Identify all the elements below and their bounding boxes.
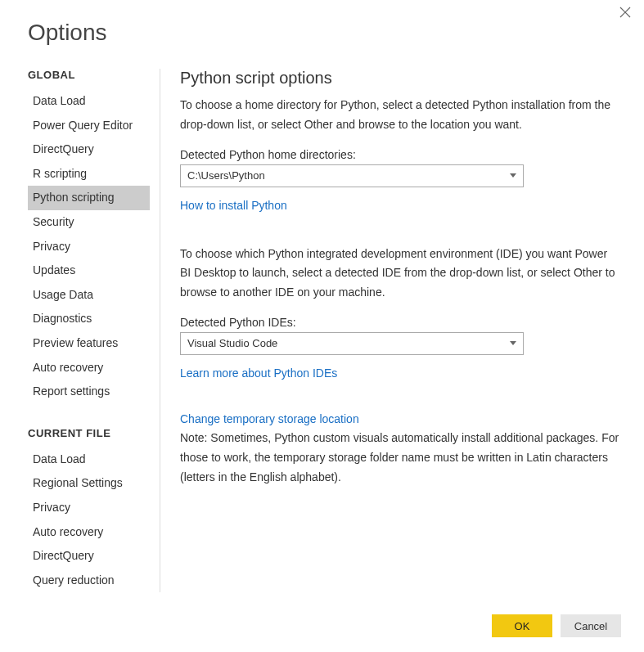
main-panel: Python script options To choose a home d… xyxy=(160,69,619,592)
nav-data-load[interactable]: Data Load xyxy=(28,89,160,114)
close-icon xyxy=(619,7,631,18)
nav-report-settings[interactable]: Report settings xyxy=(28,380,160,404)
home-directories-dropdown[interactable]: C:\Users\Python xyxy=(180,164,524,187)
nav-cf-privacy[interactable]: Privacy xyxy=(28,496,160,520)
nav-diagnostics[interactable]: Diagnostics xyxy=(28,307,160,331)
link-learn-more-ides[interactable]: Learn more about Python IDEs xyxy=(180,366,337,380)
nav-security[interactable]: Security xyxy=(28,210,160,235)
ide-label: Detected Python IDEs: xyxy=(180,316,619,329)
nav-cf-query-reduction[interactable]: Query reduction xyxy=(28,569,160,592)
home-directories-value: C:\Users\Python xyxy=(187,169,265,182)
nav-directquery[interactable]: DirectQuery xyxy=(28,137,160,162)
dialog-footer: OK Cancel xyxy=(492,614,621,637)
nav-privacy[interactable]: Privacy xyxy=(28,235,160,259)
panel-title: Python script options xyxy=(180,69,619,88)
section-header-global: GLOBAL xyxy=(28,69,160,81)
ide-value: Visual Studio Code xyxy=(187,337,277,349)
nav-usage-data[interactable]: Usage Data xyxy=(28,283,160,308)
nav-cf-auto-recovery[interactable]: Auto recovery xyxy=(28,520,160,545)
nav-updates[interactable]: Updates xyxy=(28,259,160,283)
window-title: Options xyxy=(0,0,644,46)
home-directories-label: Detected Python home directories: xyxy=(180,148,619,161)
sidebar: GLOBAL Data Load Power Query Editor Dire… xyxy=(28,69,160,592)
nav-cf-data-load[interactable]: Data Load xyxy=(28,447,160,472)
nav-cf-regional-settings[interactable]: Regional Settings xyxy=(28,471,160,496)
cancel-button[interactable]: Cancel xyxy=(561,614,621,637)
nav-r-scripting[interactable]: R scripting xyxy=(28,162,160,187)
storage-note: Note: Sometimes, Python custom visuals a… xyxy=(180,429,619,487)
chevron-down-icon xyxy=(510,341,516,345)
ide-intro-text: To choose which Python integrated develo… xyxy=(180,245,619,303)
section-header-current-file: CURRENT FILE xyxy=(28,427,160,439)
nav-preview-features[interactable]: Preview features xyxy=(28,331,160,356)
close-button[interactable] xyxy=(619,7,636,23)
nav-power-query-editor[interactable]: Power Query Editor xyxy=(28,114,160,138)
link-how-to-install-python[interactable]: How to install Python xyxy=(180,199,287,212)
ide-dropdown[interactable]: Visual Studio Code xyxy=(180,332,524,355)
nav-python-scripting[interactable]: Python scripting xyxy=(28,186,150,210)
ok-button[interactable]: OK xyxy=(492,614,552,637)
link-change-storage-location[interactable]: Change temporary storage location xyxy=(180,412,359,425)
chevron-down-icon xyxy=(510,173,516,178)
nav-auto-recovery[interactable]: Auto recovery xyxy=(28,356,160,380)
intro-text: To choose a home directory for Python, s… xyxy=(180,96,619,135)
nav-cf-directquery[interactable]: DirectQuery xyxy=(28,544,160,569)
